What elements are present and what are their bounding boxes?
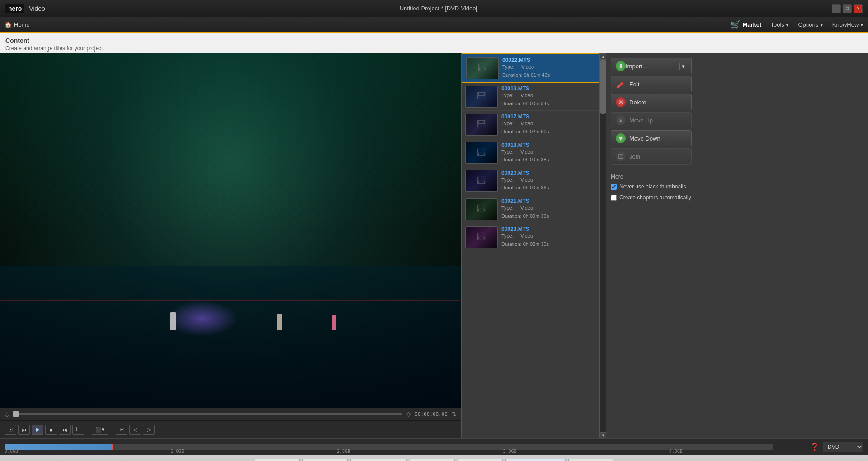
menu-options[interactable]: Options ▾ bbox=[798, 21, 823, 28]
performer-2 bbox=[277, 314, 282, 330]
minimize-button[interactable]: – bbox=[832, 4, 841, 13]
menu-tools[interactable]: Tools ▾ bbox=[770, 21, 789, 28]
disc-format-select[interactable]: DVD Blu-ray bbox=[823, 442, 863, 452]
clip-thumb-inner: 🎞 bbox=[466, 86, 497, 107]
close-button[interactable]: ✕ bbox=[854, 4, 863, 13]
step-forward-button[interactable]: ⏭ bbox=[59, 425, 71, 435]
delete-button[interactable]: ✕ Delete bbox=[611, 94, 692, 110]
clip-type: Type: Video bbox=[501, 120, 602, 128]
scrubber-start-icon: ◇ bbox=[5, 410, 9, 418]
create-chapters-label[interactable]: Create chapters automatically bbox=[619, 194, 691, 202]
scroll-thumb[interactable] bbox=[600, 60, 606, 114]
save-button[interactable]: 💾 Save bbox=[302, 459, 348, 461]
maximize-button[interactable]: □ bbox=[843, 4, 852, 13]
page-subtitle: Create and arrange titles for your proje… bbox=[5, 45, 863, 52]
options-arrow-icon: ▾ bbox=[820, 21, 823, 28]
clip-list-scrollbar[interactable]: ▲ ▼ bbox=[599, 53, 606, 438]
import-icon: ⬇ bbox=[616, 61, 626, 71]
clip-item[interactable]: 🎞 00018.MTS Type: Video Duration: 0h 00m… bbox=[462, 139, 606, 167]
scene-trees bbox=[0, 53, 461, 230]
clip-item[interactable]: 🎞 00019.MTS Type: Video Duration: 0h 00m… bbox=[462, 83, 606, 111]
film-icon: 🎞 bbox=[477, 176, 486, 186]
cut-button[interactable]: ✂ bbox=[116, 425, 127, 435]
split-left-button[interactable]: ◁ bbox=[129, 425, 141, 435]
help-icon[interactable]: ❓ bbox=[810, 442, 819, 451]
right-panel: ⬇ Import... ▾ Edit ✕ Delete ▲ Move Up ▼ … bbox=[606, 53, 696, 438]
timeline-right-controls: ❓ DVD Blu-ray bbox=[810, 442, 863, 452]
move-up-button[interactable]: ▲ Move Up bbox=[611, 112, 692, 128]
clip-info: 00020.MTS Type: Video Duration: 0h 00m 3… bbox=[501, 170, 602, 192]
move-down-button[interactable]: ▼ Move Down bbox=[611, 130, 692, 146]
scene-water bbox=[0, 266, 461, 408]
edit-icon bbox=[616, 79, 626, 89]
clip-meta: Type: Video Duration: 0h 00m 36s bbox=[501, 204, 602, 220]
clip-scroll-area[interactable]: 🎞 00022.MTS Type: Video Duration: 0h 01m… bbox=[462, 53, 606, 438]
clip-item[interactable]: 🎞 00022.MTS Type: Video Duration: 0h 01m… bbox=[462, 53, 606, 83]
home-icon: 🏠 bbox=[5, 21, 12, 28]
clip-type: Type: Video bbox=[502, 63, 601, 71]
tl-label-1: 1.0GB bbox=[170, 449, 184, 454]
import-label: Import... bbox=[626, 63, 679, 70]
svg-rect-1 bbox=[617, 86, 619, 88]
clip-info: 00023.MTS Type: Video Duration: 0h 02m 3… bbox=[501, 226, 602, 248]
menu-home[interactable]: 🏠 Home bbox=[5, 21, 30, 28]
clip-duration: Duration: 0h 00m 54s bbox=[501, 100, 602, 108]
scrubber-row: ◇ ◇ 00:00:00.00 ⇅ bbox=[0, 408, 461, 420]
never-black-thumb-label[interactable]: Never use black thumbnails bbox=[619, 183, 686, 191]
import-dropdown-arrow[interactable]: ▾ bbox=[679, 63, 687, 70]
move-up-icon: ▲ bbox=[616, 115, 626, 125]
join-icon: ⧠ bbox=[616, 151, 626, 161]
stop-button[interactable]: ■ bbox=[45, 425, 57, 435]
video-preview-container[interactable] bbox=[0, 53, 461, 408]
split-right-button[interactable]: ▷ bbox=[143, 425, 155, 435]
never-black-thumb-checkbox[interactable] bbox=[611, 184, 617, 190]
tl-label-3: 3.0GB bbox=[503, 449, 516, 454]
timeline-labels: 0.0GB 1.0GB 2.0GB 3.0GB 4.0GB bbox=[5, 449, 683, 454]
clip-thumbnail: 🎞 bbox=[465, 142, 498, 164]
clip-thumb-inner: 🎞 bbox=[466, 142, 497, 163]
create-chapters-checkbox[interactable] bbox=[611, 195, 617, 201]
scrubber-controls-icon[interactable]: ⇅ bbox=[451, 410, 457, 418]
delete-icon: ✕ bbox=[616, 97, 626, 107]
export-button[interactable]: 📤 Export bbox=[255, 459, 300, 461]
window-controls: – □ ✕ bbox=[832, 4, 863, 13]
clip-item[interactable]: 🎞 00017.MTS Type: Video Duration: 0h 02m… bbox=[462, 111, 606, 139]
join-button[interactable]: ⧠ Join bbox=[611, 148, 692, 165]
end-button[interactable]: ⊢ bbox=[72, 425, 84, 435]
move-up-label: Move Up bbox=[629, 117, 653, 124]
next-button[interactable]: Next ▶ bbox=[568, 459, 613, 461]
clip-info: 00021.MTS Type: Video Duration: 0h 00m 3… bbox=[501, 198, 602, 220]
scroll-up-button[interactable]: ▲ bbox=[600, 53, 606, 60]
scrubber-bar[interactable] bbox=[13, 413, 402, 415]
clip-type: Type: Video bbox=[501, 204, 602, 212]
redo-button[interactable]: ↪ Redo bbox=[458, 459, 503, 461]
more-label: More bbox=[611, 174, 692, 180]
menu-market[interactable]: 🛒 Market bbox=[731, 19, 762, 29]
clip-item[interactable]: 🎞 00023.MTS Type: Video Duration: 0h 02m… bbox=[462, 223, 606, 251]
undo-button[interactable]: ↩ Undo bbox=[410, 459, 455, 461]
scrubber-handle[interactable] bbox=[13, 411, 19, 417]
clip-thumb-inner: 🎞 bbox=[466, 199, 497, 220]
disc-format-button[interactable]: 💿 Disc Format bbox=[505, 459, 566, 461]
more-section: More Never use black thumbnails Create c… bbox=[611, 174, 692, 205]
rewind-button[interactable]: ⏮ bbox=[18, 425, 30, 435]
timeline-progress-area[interactable]: 0.0GB 1.0GB 2.0GB 3.0GB 4.0GB bbox=[0, 439, 778, 455]
import-button[interactable]: ⬇ Import... ▾ bbox=[611, 58, 692, 74]
chapter-button[interactable]: ⬛▾ bbox=[92, 425, 108, 435]
clip-list-panel: 🎞 00022.MTS Type: Video Duration: 0h 01m… bbox=[461, 53, 606, 438]
scroll-down-button[interactable]: ▼ bbox=[600, 432, 606, 438]
edit-button[interactable]: Edit bbox=[611, 76, 692, 92]
clip-duration: Duration: 0h 00m 36s bbox=[501, 212, 602, 221]
clip-meta: Type: Video Duration: 0h 00m 38s bbox=[501, 148, 602, 164]
play-button[interactable]: ▶ bbox=[32, 425, 43, 435]
clip-duration: Duration: 0h 01m 43s bbox=[502, 71, 601, 80]
select-tool-button[interactable]: ⊡ bbox=[5, 425, 16, 435]
tools-arrow-icon: ▾ bbox=[786, 21, 789, 28]
menu-knowhow[interactable]: KnowHow ▾ bbox=[832, 21, 863, 28]
stage-light bbox=[166, 301, 238, 337]
save-as-button[interactable]: 💾 Save As ... bbox=[350, 459, 407, 461]
clip-item[interactable]: 🎞 00021.MTS Type: Video Duration: 0h 00m… bbox=[462, 195, 606, 223]
clip-item[interactable]: 🎞 00020.MTS Type: Video Duration: 0h 00m… bbox=[462, 167, 606, 195]
timecode-display: 00:00:00.00 bbox=[415, 411, 448, 417]
tl-label-0: 0.0GB bbox=[5, 449, 18, 454]
